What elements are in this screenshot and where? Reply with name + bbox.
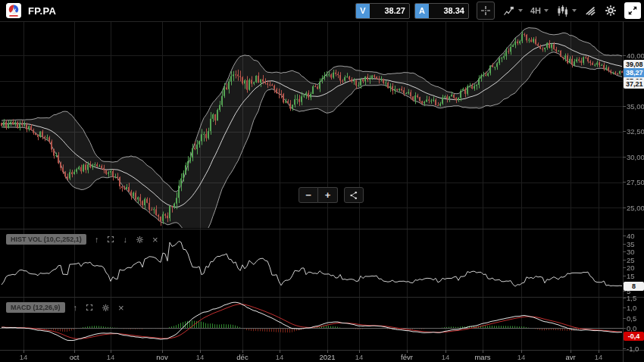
gear-icon	[605, 5, 617, 17]
indicators-button[interactable]	[584, 2, 597, 19]
crosshair-icon	[480, 5, 491, 16]
bid-label-badge: V	[356, 4, 370, 18]
symbol-title: FP.PA	[28, 5, 56, 17]
chevron-down-icon	[518, 9, 523, 12]
indicators-icon	[584, 5, 597, 17]
chevron-down-icon	[572, 9, 577, 12]
zoom-out-button[interactable]: −	[299, 187, 318, 203]
timeframe-button[interactable]: 4H	[530, 2, 549, 19]
fullscreen-icon	[627, 5, 638, 16]
zoom-in-button[interactable]: +	[318, 187, 338, 203]
ask-label-badge: A	[415, 4, 429, 18]
bid-value: 38.27	[370, 4, 409, 18]
zoom-controls: − +	[299, 187, 364, 203]
maximize-icon	[107, 236, 114, 243]
pane-settings-button[interactable]	[102, 304, 110, 312]
pane-close-button[interactable]: ×	[152, 236, 158, 244]
gear-icon	[136, 236, 144, 244]
macd-study-row: MACD (12,26,9) ↑ ×	[6, 302, 124, 313]
symbol-group: FP.PA	[0, 3, 56, 18]
pane-maximize-button[interactable]	[86, 304, 93, 311]
toolbar: V 38.27 A 38.34 4H	[355, 2, 644, 20]
total-logo-icon	[6, 3, 21, 18]
pane-move-down-button[interactable]: ↓	[123, 236, 127, 244]
pane-move-up-button[interactable]: ↑	[73, 304, 78, 312]
gear-icon	[102, 304, 110, 312]
candlestick-icon	[556, 5, 569, 17]
bid-button[interactable]: V 38.27	[355, 3, 410, 19]
price-axis[interactable]	[623, 21, 644, 350]
chevron-down-icon	[544, 9, 549, 12]
topbar: FP.PA V 38.27 A 38.34 4H	[0, 0, 644, 22]
crosshair-button[interactable]	[477, 2, 495, 20]
hist-vol-study-row: HIST VOL (10,C,252,1) ↑ ↓ ×	[6, 234, 158, 245]
pane-settings-button[interactable]	[136, 236, 144, 244]
share-button[interactable]	[344, 187, 364, 203]
ask-button[interactable]: A 38.34	[414, 3, 469, 19]
settings-button[interactable]	[605, 2, 617, 19]
ask-value: 38.34	[429, 4, 468, 18]
fullscreen-button[interactable]	[624, 2, 641, 19]
pane-move-up-button[interactable]: ↑	[95, 236, 99, 244]
timeframe-label: 4H	[530, 6, 541, 15]
macd-label: MACD (12,26,9)	[6, 302, 65, 313]
candle-type-button[interactable]	[556, 2, 577, 19]
hist-vol-label: HIST VOL (10,C,252,1)	[6, 234, 86, 245]
maximize-icon	[86, 304, 93, 311]
chart-style-icon	[502, 5, 515, 17]
share-icon	[349, 191, 358, 200]
pane-close-button[interactable]: ×	[118, 304, 124, 312]
chart-style-button[interactable]	[502, 2, 523, 19]
pane-maximize-button[interactable]	[107, 236, 114, 243]
time-axis[interactable]	[0, 350, 623, 362]
